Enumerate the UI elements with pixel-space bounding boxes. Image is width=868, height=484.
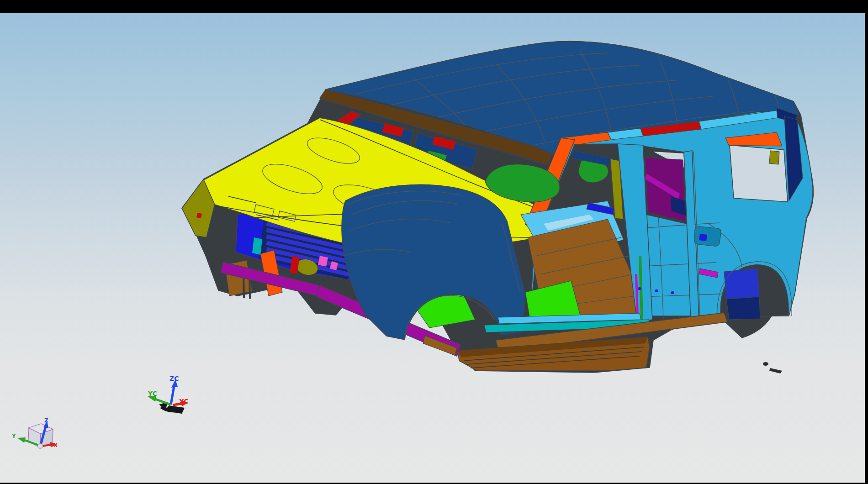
view-y-arrowhead[interactable]: [17, 437, 26, 443]
graphics-viewport[interactable]: ZC YC XC Z Y X: [0, 13, 865, 483]
view-x-label: X: [53, 442, 58, 448]
wcs-zc-label: ZC: [169, 375, 179, 382]
part-debris-bar[interactable]: [769, 368, 782, 374]
part-handle-blue-bit[interactable]: [699, 234, 707, 241]
wcs-zc-axis[interactable]: [171, 386, 174, 405]
part-arch-box-blue[interactable]: [724, 268, 759, 299]
view-origin-sphere[interactable]: [38, 444, 43, 449]
view-orientation-triad[interactable]: Z Y X: [11, 417, 58, 449]
wcs-xc-label: XC: [179, 398, 189, 405]
part-door-handle-recess[interactable]: [694, 226, 721, 246]
part-arch-box-navy[interactable]: [726, 297, 760, 320]
window-right-bar: [865, 0, 868, 484]
plug-dot: [638, 287, 641, 290]
wcs-triad[interactable]: ZC YC XC: [148, 375, 189, 414]
car-model: [182, 42, 813, 374]
part-debris-small[interactable]: [763, 362, 768, 366]
cad-application-window: ZC YC XC Z Y X: [0, 0, 868, 484]
plug-dot: [671, 291, 674, 294]
window-top-bar: [0, 0, 868, 13]
plug-dot: [655, 289, 658, 292]
part-quarter-plate-olive[interactable]: [769, 151, 779, 164]
scene-svg: ZC YC XC Z Y X: [0, 13, 865, 483]
view-y-label: Y: [11, 433, 16, 439]
view-z-label: Z: [44, 417, 48, 424]
part-cowl-side-red-dot: [196, 213, 202, 218]
wcs-yc-label: YC: [148, 390, 157, 397]
